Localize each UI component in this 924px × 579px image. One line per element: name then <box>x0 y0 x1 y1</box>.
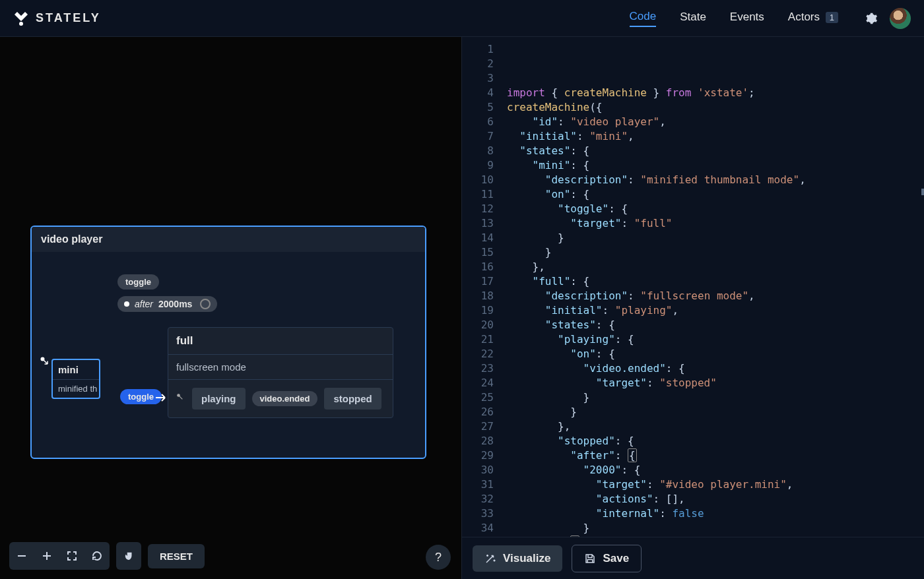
code-pane: 1234567891011121314151617181920212223242… <box>462 37 924 579</box>
dot-icon <box>124 301 129 307</box>
wand-icon <box>484 553 496 564</box>
main-split: video player toggle after 2000ms mini m <box>0 37 924 579</box>
zoom-group <box>9 542 110 570</box>
code-editor[interactable]: 1234567891011121314151617181920212223242… <box>462 37 924 537</box>
machine-title: video player <box>32 227 425 252</box>
zoom-out-button[interactable] <box>9 542 34 570</box>
save-button[interactable]: Save <box>572 545 642 572</box>
circle-icon <box>200 299 211 309</box>
save-label: Save <box>603 552 629 565</box>
pan-group <box>116 542 141 570</box>
scrollbar-thumb[interactable] <box>921 189 924 195</box>
state-stopped[interactable]: stopped <box>324 388 381 410</box>
after-label: after <box>135 299 153 309</box>
svg-point-0 <box>19 22 23 26</box>
top-event-pills: toggle after 2000ms <box>117 274 217 312</box>
code-actions-bar: Visualize Save <box>462 537 924 579</box>
canvas-toolbar: RESET <box>9 542 205 570</box>
arrow-right-icon <box>156 393 168 405</box>
tab-events[interactable]: Events <box>730 11 764 26</box>
state-playing[interactable]: playing <box>192 388 246 410</box>
gear-icon[interactable] <box>865 12 878 25</box>
tab-code[interactable]: Code <box>630 10 657 27</box>
fit-to-screen-button[interactable] <box>59 542 84 570</box>
tab-actors-label: Actors <box>788 11 820 23</box>
user-avatar[interactable] <box>890 8 911 29</box>
state-node-mini[interactable]: mini minified th <box>51 359 100 399</box>
actors-count-badge: 1 <box>826 12 838 23</box>
state-node-full[interactable]: full fullscreen mode playing video.ended… <box>168 327 393 418</box>
save-icon <box>584 553 596 564</box>
event-after[interactable]: after 2000ms <box>117 296 217 312</box>
initial-arrow-icon <box>40 356 51 371</box>
header: STATELY Code State Events Actors 1 <box>0 0 924 37</box>
zoom-in-button[interactable] <box>34 542 59 570</box>
after-ms: 2000ms <box>158 299 192 309</box>
tab-actors[interactable]: Actors 1 <box>788 11 838 26</box>
refresh-button[interactable] <box>84 542 110 570</box>
visualize-label: Visualize <box>503 552 550 565</box>
canvas-pane[interactable]: video player toggle after 2000ms mini m <box>0 37 462 579</box>
line-gutter: 1234567891011121314151617181920212223242… <box>462 37 503 537</box>
pan-button[interactable] <box>116 542 141 570</box>
event-toggle-top[interactable]: toggle <box>117 274 159 290</box>
tab-bar: Code State Events Actors 1 <box>630 10 838 27</box>
machine-root-node[interactable]: video player toggle after 2000ms mini m <box>30 226 426 459</box>
brand-text: STATELY <box>36 11 101 25</box>
stately-logo-icon <box>13 11 29 26</box>
inner-initial-arrow-icon <box>176 393 185 405</box>
logo[interactable]: STATELY <box>13 11 101 26</box>
help-button[interactable]: ? <box>426 545 451 570</box>
app-root: STATELY Code State Events Actors 1 video… <box>0 0 924 579</box>
tab-state[interactable]: State <box>680 11 706 26</box>
state-full-body: playing video.ended stopped <box>168 380 393 417</box>
reset-button[interactable]: RESET <box>148 544 205 568</box>
state-full-name: full <box>168 328 393 355</box>
header-right <box>865 8 911 29</box>
state-full-desc: fullscreen mode <box>168 355 393 380</box>
code-lines[interactable]: import { createMachine } from 'xstate';c… <box>503 37 924 537</box>
state-mini-desc: minified th <box>53 380 99 398</box>
event-video-ended[interactable]: video.ended <box>252 391 318 406</box>
state-mini-name: mini <box>53 360 99 380</box>
visualize-button[interactable]: Visualize <box>473 545 562 572</box>
